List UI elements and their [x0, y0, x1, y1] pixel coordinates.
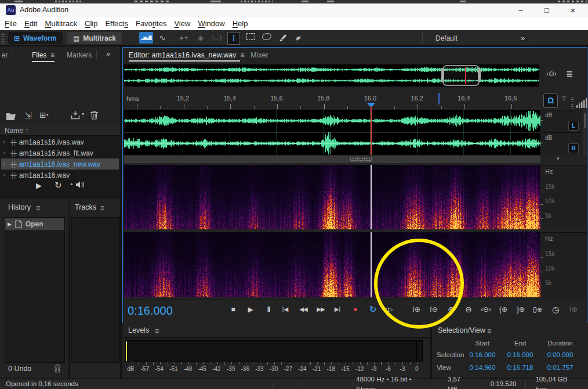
- view-box-handle-left[interactable]: [441, 68, 444, 82]
- history-item-open[interactable]: ▶ Open: [5, 218, 64, 230]
- waveform-mode-button[interactable]: ⊞ Waveform: [8, 32, 63, 44]
- batch-export-button[interactable]: [71, 111, 81, 120]
- frequency-scale-bottom[interactable]: Hz 15k10k5k: [542, 232, 587, 297]
- rewind-button[interactable]: ◀◀: [296, 303, 310, 316]
- menu-item[interactable]: Clip: [85, 19, 104, 28]
- auto-play-button[interactable]: ▸: [71, 181, 84, 191]
- panel-menu-icon[interactable]: ≡: [487, 327, 491, 335]
- selection-duration-value[interactable]: 0:00.000: [540, 351, 580, 358]
- maximize-button[interactable]: □: [534, 3, 560, 17]
- move-tool[interactable]: ▸+: [177, 32, 191, 44]
- time-stretch-tool[interactable]: |↔|: [209, 32, 225, 44]
- overview-view-box[interactable]: [442, 65, 480, 86]
- headphone-monitor-button[interactable]: Ω: [543, 93, 558, 108]
- delete-file-button[interactable]: [90, 110, 99, 120]
- zoom-in-at-in-point-button[interactable]: {⊕: [496, 303, 510, 316]
- right-channel-badge[interactable]: R: [568, 143, 579, 153]
- panel-overflow-chevrons[interactable]: »: [106, 49, 110, 58]
- channel-divider[interactable]: [124, 132, 540, 132]
- menu-item[interactable]: View: [174, 19, 197, 28]
- slip-tool[interactable]: ◈: [194, 32, 208, 44]
- timeline-ruler[interactable]: hms 15,215,415,615,816,016,216,416,6: [123, 92, 540, 110]
- time-display[interactable]: 0:16.000: [128, 304, 173, 318]
- splitter-arrow-icon[interactable]: ▾: [557, 156, 560, 161]
- scrollbar-grip-dots[interactable]: [350, 157, 372, 161]
- loop-playback-button[interactable]: ↻: [366, 303, 380, 316]
- workspace-overflow-chevrons[interactable]: »: [521, 34, 525, 42]
- zoom-out-time-button[interactable]: ⊖: [462, 303, 476, 316]
- preview-play-button[interactable]: ▶: [36, 181, 42, 190]
- spectral-display-toggle[interactable]: ▂▅▃▇: [139, 32, 153, 44]
- left-channel-badge[interactable]: L: [568, 121, 579, 131]
- menu-item[interactable]: Favorites: [136, 19, 173, 28]
- tab-partial[interactable]: er: [2, 51, 8, 59]
- spot-healing-brush-tool[interactable]: ▰: [289, 30, 307, 46]
- menu-item[interactable]: Window: [198, 19, 231, 28]
- minimize-button[interactable]: –: [508, 3, 533, 17]
- zoom-reset-icon[interactable]: ‹⊖›: [546, 70, 557, 78]
- record-button[interactable]: ●: [349, 303, 362, 316]
- open-file-button[interactable]: [6, 112, 16, 120]
- file-row[interactable]: › ┼┼ am1aa1s16.ivas_flt.wav: [1, 147, 119, 159]
- waveform-display-toggle[interactable]: ∿: [155, 32, 169, 44]
- menu-item[interactable]: File: [5, 19, 23, 28]
- menu-item[interactable]: Edit: [24, 19, 43, 28]
- toolbar-grip[interactable]: [1, 33, 5, 44]
- import-file-button[interactable]: ⇲: [24, 110, 32, 121]
- panel-splitter-grip[interactable]: [569, 95, 575, 111]
- file-list-header[interactable]: Name ↑: [0, 125, 120, 136]
- clear-history-button[interactable]: [53, 364, 61, 373]
- marquee-selection-tool[interactable]: [244, 32, 257, 44]
- history-panel-title[interactable]: History: [8, 203, 31, 211]
- time-selection-tool[interactable]: I: [227, 32, 240, 45]
- waveform-display[interactable]: [124, 110, 540, 155]
- move-to-previous-button[interactable]: |◀: [278, 303, 292, 316]
- chevron-right-icon[interactable]: ›: [1, 161, 7, 167]
- spectral-display-bottom[interactable]: [124, 232, 540, 297]
- selection-start-value[interactable]: 0:16.000: [464, 351, 501, 358]
- tracks-panel-title[interactable]: Tracks: [75, 203, 96, 211]
- level-meter-icon[interactable]: [576, 98, 588, 108]
- amplitude-scale-right[interactable]: dB R: [542, 132, 582, 155]
- close-button[interactable]: ×: [560, 3, 586, 17]
- fast-forward-button[interactable]: ▶▶: [314, 303, 328, 316]
- view-box-handle-right[interactable]: [478, 68, 481, 82]
- paintbrush-selection-tool[interactable]: [276, 32, 290, 44]
- amplitude-scale-left[interactable]: dB L: [542, 110, 582, 132]
- frequency-scale-top[interactable]: Hz 15k10k5k: [542, 165, 587, 229]
- chevron-right-icon[interactable]: ›: [1, 150, 7, 156]
- chevron-right-icon[interactable]: ›: [1, 139, 7, 145]
- panel-menu-icon[interactable]: ≡: [155, 327, 159, 335]
- spectral-display-top[interactable]: [124, 165, 540, 229]
- move-to-next-button[interactable]: ▶|: [331, 303, 344, 316]
- file-row[interactable]: › ┼┼ am1aa1s16.ivas.wav: [1, 136, 119, 147]
- panel-menu-icon[interactable]: ≡: [36, 204, 40, 212]
- selection-end-value[interactable]: 0:16.000: [503, 351, 538, 358]
- marker-zoom-button[interactable]: I⊕: [567, 303, 580, 316]
- zoom-to-selection-button[interactable]: {}⊕: [531, 303, 545, 316]
- tab-files[interactable]: Files ≡: [32, 51, 55, 62]
- panel-menu-icon[interactable]: ≡: [100, 204, 104, 212]
- tab-editor[interactable]: Editor: am1aa1s16.ivas_new.wav ≡: [129, 51, 245, 59]
- waveform-h-scrollbar[interactable]: [124, 156, 540, 163]
- chevron-right-icon[interactable]: ›: [1, 172, 7, 178]
- workspace-selector[interactable]: Default: [435, 34, 458, 42]
- menu-item[interactable]: Help: [233, 19, 255, 28]
- tab-mixer[interactable]: Mixer: [251, 51, 268, 59]
- file-row-selected[interactable]: › ┼┼ am1aa1s16.ivas_new.wav: [1, 159, 119, 170]
- file-row[interactable]: › ┼┼ am1aa1s16.wav: [1, 170, 119, 181]
- new-media-button[interactable]: ⊞▾: [39, 110, 49, 120]
- selection-view-title[interactable]: Selection/View: [438, 326, 485, 334]
- clip-indicator[interactable]: [416, 341, 422, 362]
- menu-item[interactable]: Effects: [105, 19, 135, 28]
- lasso-selection-tool[interactable]: [260, 32, 274, 44]
- zoom-reset-button[interactable]: ‹⊖›: [479, 303, 493, 316]
- preview-loop-button[interactable]: ↻: [55, 180, 62, 190]
- play-button[interactable]: ▶: [244, 303, 257, 316]
- multitrack-mode-button[interactable]: ▤ Multitrack: [67, 32, 122, 44]
- panel-menu-icon[interactable]: ≡: [50, 51, 55, 59]
- vertical-zoom-scrollbar[interactable]: [583, 110, 587, 155]
- view-start-value[interactable]: 0:14.960: [464, 364, 501, 371]
- panel-menu-icon[interactable]: ≡: [240, 51, 244, 59]
- stop-button[interactable]: ■: [226, 303, 240, 316]
